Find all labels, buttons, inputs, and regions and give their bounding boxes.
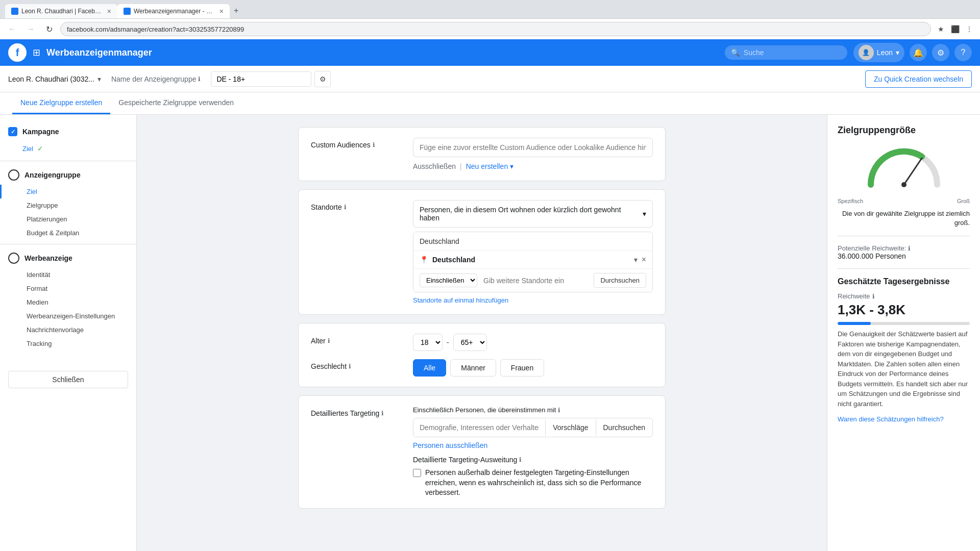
targeting-expansion: Detaillierte Targeting-Ausweitung ℹ Pers… xyxy=(413,456,653,498)
account-selector[interactable]: Leon R. Chaudhari (3032... ▾ xyxy=(8,75,101,83)
ad-group-label: Name der Anzeigengruppe ℹ xyxy=(111,75,201,83)
browser-tab-1[interactable]: Leon R. Chaudhari | Facebook × xyxy=(5,4,117,18)
user-name: Leon xyxy=(877,48,893,57)
location-browse-btn[interactable]: Durchsuchen xyxy=(594,273,646,288)
helpful-link[interactable]: Waren diese Schätzungen hilfreich? xyxy=(838,415,944,423)
detailed-targeting-row: Detailliertes Targeting ℹ Einschließlich… xyxy=(311,406,653,498)
sidebar-item-ziel[interactable]: Ziel ✓ xyxy=(0,140,136,157)
browser-tab-2[interactable]: Werbeanzeigenmanager - Cr... × xyxy=(117,4,230,18)
age-min-select[interactable]: 18 xyxy=(413,334,443,351)
add-bulk-link[interactable]: Standorte auf einmal hinzufügen xyxy=(413,296,653,304)
refresh-btn[interactable]: ↻ xyxy=(42,22,56,36)
werbeanzeige-circle-icon xyxy=(8,253,19,264)
potential-reach-label: Potenzielle Reichweite: ℹ xyxy=(838,244,970,252)
location-remove-btn[interactable]: × xyxy=(642,255,646,264)
settings-icon[interactable]: ⚙ xyxy=(932,44,949,61)
tab-close-1[interactable]: × xyxy=(107,7,111,15)
anzeigengruppe-label: Anzeigengruppe xyxy=(24,171,81,179)
back-btn[interactable]: ← xyxy=(5,22,19,36)
include-select[interactable]: Einschließen xyxy=(420,273,477,287)
targeting-input[interactable] xyxy=(413,418,545,437)
standorte-info-icon: ℹ xyxy=(344,204,347,211)
ad-group-settings-btn[interactable]: ⚙ xyxy=(314,71,331,87)
browser-chrome: Leon R. Chaudhari | Facebook × Werbeanze… xyxy=(0,0,980,39)
url-bar[interactable] xyxy=(60,22,931,36)
age-max-select[interactable]: 65+ xyxy=(453,334,487,351)
kampagne-label: Kampagne xyxy=(22,128,59,136)
bookmark-icon[interactable]: ★ xyxy=(935,23,946,35)
sidebar-item-medien[interactable]: Medien xyxy=(0,295,136,309)
quick-creation-btn[interactable]: Zu Quick Creation wechseln xyxy=(865,70,972,88)
exclude-audience-link[interactable]: Ausschließen xyxy=(413,162,456,170)
sidebar: ✓ Kampagne Ziel ✓ Anzeigengruppe Ziel Zi… xyxy=(0,115,137,551)
alter-row: Alter ℹ 18 - 65+ xyxy=(311,334,653,351)
location-expand-icon[interactable]: ▾ xyxy=(634,256,638,264)
user-dropdown-arrow: ▾ xyxy=(896,48,899,57)
sidebar-item-identitaet[interactable]: Identität xyxy=(0,268,136,282)
vorschlaege-btn[interactable]: Vorschläge xyxy=(545,419,595,436)
new-tab-btn[interactable]: + xyxy=(230,3,242,18)
grid-icon[interactable]: ⊞ xyxy=(33,47,40,58)
sidebar-item-budget[interactable]: Budget & Zeitplan xyxy=(0,226,136,240)
search-input[interactable] xyxy=(744,48,836,57)
durchsuchen-btn[interactable]: Durchsuchen xyxy=(596,419,653,436)
right-panel: Zielgruppengröße Spezifisch Groß Die von… xyxy=(827,115,980,551)
create-audience-link[interactable]: Neu erstellen ▾ xyxy=(466,162,513,170)
gender-frauen-btn[interactable]: Frauen xyxy=(500,359,544,377)
custom-audiences-section: Custom Audiences ℹ Ausschließen | Neu er… xyxy=(298,127,666,181)
panel-divider-2 xyxy=(838,268,970,269)
user-chip[interactable]: 👤 Leon ▾ xyxy=(853,43,904,62)
include-label-info-icon: ℹ xyxy=(558,407,560,414)
search-bar[interactable]: 🔍 xyxy=(725,45,847,60)
gender-maenner-btn[interactable]: Männer xyxy=(450,359,496,377)
location-item-left: 📍 Deutschland xyxy=(420,256,475,264)
browser-tabs: Leon R. Chaudhari | Facebook × Werbeanze… xyxy=(0,0,980,18)
geschlecht-control: Alle Männer Frauen xyxy=(413,359,653,377)
sidebar-item-ziel2[interactable]: Ziel xyxy=(0,185,136,198)
sidebar-item-tracking[interactable]: Tracking xyxy=(0,337,136,350)
chrome-menu-icon[interactable]: ⋮ xyxy=(964,23,975,35)
potential-reach-info-icon: ℹ xyxy=(908,245,911,252)
sidebar-close-btn[interactable]: Schließen xyxy=(8,371,128,388)
helpful-link-wrapper: Waren diese Schätzungen hilfreich? xyxy=(838,415,970,423)
sidebar-header-anzeigengruppe[interactable]: Anzeigengruppe xyxy=(0,165,136,185)
sidebar-item-werbeanzeigen-einstellungen[interactable]: Werbeanzeigen-Einstellungen xyxy=(0,309,136,323)
ad-group-info-icon: ℹ xyxy=(198,76,201,83)
extensions-icon[interactable]: ⬛ xyxy=(949,23,961,35)
sidebar-item-format[interactable]: Format xyxy=(0,282,136,295)
sidebar-item-nachrichtenvorlage[interactable]: Nachrichtenvorlage xyxy=(0,323,136,337)
sidebar-item-platzierungen[interactable]: Platzierungen xyxy=(0,212,136,226)
help-icon[interactable]: ? xyxy=(954,44,972,61)
expansion-checkbox[interactable] xyxy=(413,469,421,477)
alter-label: Alter ℹ xyxy=(311,334,403,345)
tab-close-2[interactable]: × xyxy=(219,7,224,15)
sidebar-item-zielgruppe[interactable]: Zielgruppe xyxy=(0,198,136,212)
reach-bar-fill xyxy=(838,322,871,325)
tab-saved-group[interactable]: Gespeicherte Zielgruppe verwenden xyxy=(110,92,242,114)
fb-logo: f xyxy=(8,43,27,62)
location-search-input[interactable] xyxy=(481,274,590,287)
gauge-description: Die von dir gewählte Zielgruppe ist ziem… xyxy=(838,209,970,228)
svg-line-0 xyxy=(904,158,922,185)
location-dropdown-btn[interactable]: Personen, die in diesem Ort wohnen oder … xyxy=(413,200,653,228)
sidebar-header-werbeanzeige[interactable]: Werbeanzeige xyxy=(0,248,136,268)
geschlecht-label: Geschlecht ℹ xyxy=(311,359,403,370)
forward-btn[interactable]: → xyxy=(23,22,38,36)
alter-control: 18 - 65+ xyxy=(413,334,653,351)
content-inner: Custom Audiences ℹ Ausschließen | Neu er… xyxy=(288,115,676,529)
audience-actions: Ausschließen | Neu erstellen ▾ xyxy=(413,162,653,170)
avatar: 👤 xyxy=(859,45,874,60)
expansion-info-icon: ℹ xyxy=(519,456,522,463)
expansion-title-row: Detaillierte Targeting-Ausweitung ℹ xyxy=(413,456,653,464)
exclude-persons-link[interactable]: Personen ausschließen xyxy=(413,441,487,449)
detailed-targeting-info-icon: ℹ xyxy=(381,410,384,417)
ad-group-name-input[interactable] xyxy=(211,71,311,87)
age-dash: - xyxy=(447,338,449,346)
sidebar-header-kampagne[interactable]: ✓ Kampagne xyxy=(0,123,136,140)
tab-new-group[interactable]: Neue Zielgruppe erstellen xyxy=(12,92,110,114)
notifications-icon[interactable]: 🔔 xyxy=(910,44,927,61)
custom-audiences-input[interactable] xyxy=(413,138,653,157)
ziel-check-icon: ✓ xyxy=(37,144,43,153)
potential-reach-value: 36.000.000 Personen xyxy=(838,252,970,260)
gender-alle-btn[interactable]: Alle xyxy=(413,359,446,377)
